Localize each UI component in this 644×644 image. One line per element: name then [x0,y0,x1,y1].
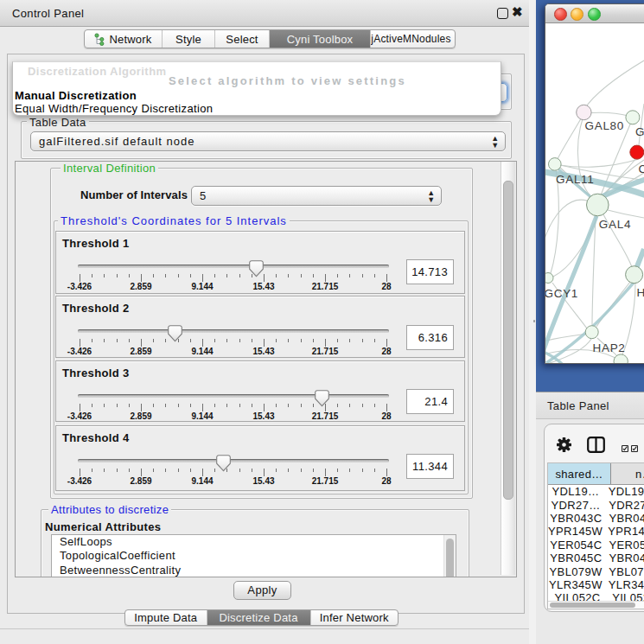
close-traffic-light[interactable] [554,8,567,21]
network-node[interactable] [549,158,562,171]
tick-label: 15.43 [252,476,274,486]
gear-icon[interactable] [557,437,571,456]
minor-tick [117,339,118,342]
list-item[interactable]: BetweennessCentrality [52,564,456,577]
network-edge[interactable] [545,200,587,244]
tab-cyni-toolbox[interactable]: Cyni Toolbox [270,30,371,48]
settings-scrollbar-thumb[interactable] [503,181,513,500]
minor-tick [178,274,179,277]
table-row[interactable]: YPR145WYPR145W [548,525,644,538]
network-window-titlebar[interactable] [545,4,644,23]
slider-thumb[interactable] [216,455,231,472]
minor-tick [301,339,302,342]
column-header-name[interactable]: n… [611,463,644,484]
threshold-value-field[interactable]: 14.713 [406,259,454,284]
minor-tick [349,469,350,472]
panel-divider[interactable] [529,0,536,644]
tab-discretize-data[interactable]: Discretize Data [207,610,311,625]
minor-tick [214,404,215,407]
table-row[interactable]: YBR043CYBR043C [548,512,644,525]
tab-select[interactable]: Select [215,30,270,48]
list-item[interactable]: SelfLoops [52,535,456,549]
minor-tick [178,469,179,472]
network-edge[interactable] [584,61,644,109]
split-view-icon[interactable] [587,437,605,456]
apply-button[interactable]: Apply [233,581,291,600]
minor-tick [288,339,289,342]
minor-tick [313,404,314,407]
tab-network[interactable]: Network [85,30,163,48]
popup-hint-item[interactable]: Select algorithm to view settings [169,74,406,87]
tick-label: 28 [381,282,391,291]
minor-tick [252,469,252,472]
slider-thumb[interactable] [315,390,329,407]
table-row[interactable]: YBR045CYBR045C [548,552,644,564]
table-row[interactable]: YBL079WYBL079W [548,564,644,577]
tick-label: 9.144 [191,282,213,291]
tick-label: 15.43 [252,411,274,421]
column-header-shared-name[interactable]: shared… [548,463,611,484]
network-edge[interactable] [558,114,583,159]
network-node[interactable] [614,354,628,363]
minimize-traffic-light[interactable] [571,8,583,21]
checkbox-checked-icon[interactable] [631,440,638,456]
cell-name: YBR043C [604,512,644,525]
table-row[interactable]: YDL19…YDL194W [548,485,644,498]
horizontal-scrollbar[interactable] [548,601,644,609]
table-panel-title: Table Panel [547,399,609,412]
number-of-intervals-value: 5 [192,189,422,202]
list-item[interactable]: TopologicalCoefficient [52,549,456,563]
threshold-value-field[interactable]: 6.316 [406,325,454,350]
network-node[interactable] [587,194,609,216]
tab-jactivemnodules[interactable]: jActiveMNodules [371,30,451,48]
minor-tick [190,339,191,342]
network-edge[interactable] [592,216,596,326]
table-data-combo[interactable]: galFiltered.sif default node▲▼ [30,131,506,151]
network-canvas[interactable]: GAL80GALCYGAL11GAL4GCY1HHAP2 [545,23,644,363]
tick-label: 28 [381,411,391,421]
slider-track[interactable] [78,394,389,398]
table-row[interactable]: YLR345WYLR345W [548,578,644,591]
network-node[interactable] [626,111,640,124]
slider-thumb[interactable] [168,325,182,342]
network-node[interactable] [577,105,591,119]
table-row[interactable]: YDR27…YDR277C [548,498,644,511]
horizontal-scrollbar-thumb[interactable] [550,603,635,608]
zoom-traffic-light[interactable] [588,8,601,21]
major-tick [264,469,265,476]
slider-thumb[interactable] [249,260,264,277]
numerical-attributes-list[interactable]: SelfLoopsTopologicalCoefficientBetweenne… [51,534,456,577]
tick-label: 21.715 [312,347,339,356]
network-node[interactable] [626,266,643,284]
tab-style[interactable]: Style [163,30,215,48]
major-tick [141,404,142,411]
list-scrollbar-track[interactable] [443,535,456,577]
number-of-intervals-combo[interactable]: 5▲▼ [191,186,442,206]
tick-label: 28 [381,347,391,356]
cell-name: YLR345W [603,578,644,591]
network-node[interactable] [585,326,598,339]
checkbox-checked-icon[interactable] [622,440,628,456]
threshold-panel-2: Threshold 2-3.4262.8599.14415.4321.71528… [55,296,465,358]
network-node[interactable] [630,145,644,159]
close-icon[interactable]: ✖ [512,4,523,20]
threshold-value-field[interactable]: 21.4 [406,389,454,414]
tab-infer-network[interactable]: Infer Network [311,610,399,625]
threshold-label: Threshold 4 [62,431,130,444]
minor-tick [252,404,252,407]
float-window-icon[interactable] [497,8,508,19]
list-scrollbar-thumb[interactable] [446,539,454,577]
threshold-value-field[interactable]: 11.344 [406,454,454,479]
popup-item-equal-width[interactable]: Equal Width/Frequency Discretization [15,102,213,115]
popup-item-manual-discretization[interactable]: Manual Discretization [15,89,137,102]
table-row[interactable]: YER054CYER054C [548,539,644,552]
slider-track[interactable] [78,459,389,462]
network-edge[interactable] [560,159,639,167]
minor-tick [165,469,166,472]
tick-label: 9.144 [191,347,213,356]
slider-track[interactable] [78,329,389,333]
network-node[interactable] [545,273,553,284]
tab-impute-data[interactable]: Impute Data [125,610,207,625]
minor-tick [129,339,130,342]
slider-track[interactable] [78,265,389,268]
